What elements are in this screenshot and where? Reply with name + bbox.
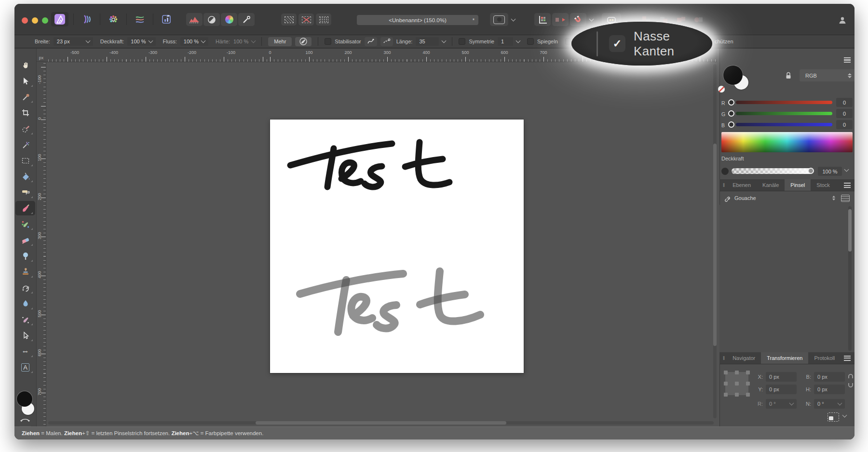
lock-icon[interactable] (785, 71, 792, 79)
tool-flood-fill[interactable] (15, 169, 35, 184)
histogram-button[interactable] (186, 13, 203, 26)
tool-selection-brush[interactable] (15, 121, 35, 136)
more-button[interactable]: Mehr (268, 37, 292, 46)
tool-smudge-brush[interactable] (15, 312, 35, 327)
tool-node[interactable] (15, 328, 35, 343)
colour-spectrum[interactable] (721, 132, 853, 152)
tool-eraser[interactable] (15, 233, 35, 247)
tool-crop[interactable] (15, 106, 35, 120)
artboard[interactable] (270, 120, 524, 373)
transform-h-field[interactable]: 0 px (814, 385, 845, 394)
export-persona-button[interactable] (158, 12, 175, 27)
channel-r-slider[interactable] (736, 101, 832, 104)
tone-mapping-persona-button[interactable] (132, 12, 148, 27)
contrast-button[interactable] (203, 13, 220, 26)
tool-paint-brush[interactable] (15, 201, 35, 215)
select-all-button[interactable] (281, 13, 297, 26)
mirror-checkbox[interactable] (527, 38, 534, 45)
wet-edges-checkbox[interactable]: ✓ (609, 35, 625, 52)
retouch-button[interactable] (238, 13, 255, 26)
tool-gradient[interactable] (15, 185, 35, 199)
develop-persona-button[interactable] (105, 12, 122, 27)
maximize-window-button[interactable] (42, 17, 48, 24)
insert-behind-button[interactable] (552, 13, 569, 26)
panel-grip[interactable]: ‖ (719, 179, 727, 191)
channel-g-slider[interactable] (736, 112, 832, 115)
transform-y-field[interactable]: 0 px (766, 385, 797, 394)
channel-b-slider[interactable] (736, 123, 832, 126)
tool-dodge-brush[interactable] (15, 249, 35, 263)
transform-mode-icon[interactable] (827, 412, 839, 422)
panel-opacity-value[interactable]: 100 % (818, 167, 842, 176)
account-button[interactable] (835, 13, 850, 27)
invert-selection-button[interactable] (316, 13, 331, 26)
channel-b-value[interactable]: 0 (836, 120, 853, 129)
tab-pinsel[interactable]: Pinsel (785, 179, 811, 191)
tab-transformieren[interactable]: Transformieren (761, 352, 808, 364)
channel-g-knob[interactable] (728, 110, 734, 117)
tool-mesh-warp[interactable]: ⇔ (15, 344, 35, 359)
channel-b-knob[interactable] (728, 121, 734, 128)
panel-opacity-knob[interactable] (808, 168, 814, 174)
rope-stabilizer-button[interactable] (365, 37, 377, 46)
transform-b-field[interactable]: 0 px (814, 372, 845, 382)
symmetry-count-field[interactable]: 1 (498, 37, 513, 46)
tool-view-hand[interactable] (15, 58, 35, 72)
tool-colour-replacement-brush[interactable] (15, 217, 35, 231)
active-colour-swatch[interactable] (723, 66, 743, 85)
tool-flood-select[interactable] (15, 137, 35, 152)
link-dimensions-icon[interactable] (848, 374, 854, 387)
close-window-button[interactable] (22, 17, 28, 24)
tool-undo-brush[interactable] (15, 280, 35, 295)
channel-r-value[interactable]: 0 (836, 98, 853, 107)
liquify-persona-button[interactable] (79, 12, 95, 27)
channel-g-value[interactable]: 0 (836, 109, 853, 118)
scrollbar-thumb[interactable] (848, 209, 852, 252)
tool-clone-stamp[interactable] (15, 265, 35, 279)
tab-ebenen[interactable]: Ebenen (727, 179, 757, 191)
photo-persona-button[interactable] (51, 12, 68, 27)
colour-wheel-button[interactable] (221, 13, 237, 26)
transform-x-field[interactable]: 0 px (766, 372, 797, 382)
colour-model-dropdown[interactable]: RGB (800, 69, 854, 81)
tab-protokoll[interactable]: Protokoll (808, 352, 841, 364)
brush-panel-menu-icon[interactable] (844, 183, 851, 188)
tool-text[interactable]: A (15, 360, 35, 374)
deselect-button[interactable] (298, 13, 314, 26)
stabilizer-checkbox[interactable] (325, 38, 331, 45)
tool-move[interactable] (15, 74, 35, 88)
foreground-colour-swatch[interactable] (17, 391, 32, 407)
opacity-combo[interactable]: 100 % (127, 37, 155, 46)
tab-kanaele[interactable]: Kanäle (757, 179, 785, 191)
tab-navigator[interactable]: Navigator (727, 352, 761, 364)
document-title-pill[interactable]: <Unbenannt> (150.0%) * (357, 15, 478, 25)
panel-grip[interactable]: ‖ (719, 352, 727, 364)
no-colour-swatch[interactable] (718, 86, 725, 93)
anchor-point-selector[interactable] (725, 372, 748, 395)
length-field[interactable]: 35 (416, 37, 439, 46)
snapping-dropdown[interactable] (588, 13, 595, 26)
transform-panel-menu-icon[interactable] (844, 356, 851, 361)
scrollbar-thumb[interactable] (713, 144, 717, 346)
channel-r-knob[interactable] (728, 99, 734, 106)
panel-opacity-slider[interactable] (732, 168, 813, 174)
transform-n-field[interactable]: 0 ° (814, 399, 845, 409)
tool-blur-brush[interactable] (15, 296, 35, 311)
flow-combo[interactable]: 100 % (180, 37, 208, 46)
brush-list-scrollbar[interactable] (848, 206, 852, 351)
canvas-vertical-scrollbar[interactable] (713, 64, 717, 418)
tab-stock[interactable]: Stock (811, 179, 836, 191)
snapping-button[interactable] (570, 13, 586, 26)
brush-category-value[interactable]: Gouache (734, 195, 756, 201)
grid-button[interactable] (534, 13, 551, 26)
brush-settings-button[interactable] (295, 37, 312, 46)
minimize-window-button[interactable] (32, 17, 38, 24)
symmetry-checkbox[interactable] (459, 38, 465, 45)
protect-checkbox[interactable] (565, 38, 572, 45)
swap-colours-icon[interactable] (20, 417, 30, 422)
window-stabilizer-button[interactable] (380, 37, 393, 46)
tool-rectangular-marquee[interactable] (15, 153, 35, 168)
canvas-horizontal-scrollbar[interactable] (48, 421, 714, 425)
view-mode-dropdown[interactable] (509, 13, 517, 26)
tool-colour-picker[interactable] (15, 90, 35, 104)
